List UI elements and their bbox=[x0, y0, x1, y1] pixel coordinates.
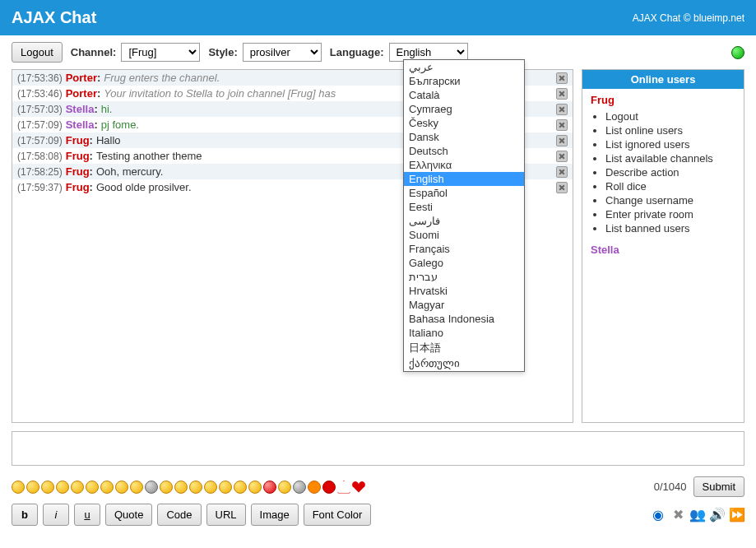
user-menu-item[interactable]: Describe action bbox=[605, 165, 735, 179]
submit-button[interactable]: Submit bbox=[693, 476, 744, 497]
bb-quote[interactable]: Quote bbox=[105, 504, 152, 526]
user-menu-item[interactable]: Logout bbox=[605, 109, 735, 123]
bb-italic[interactable]: i bbox=[43, 504, 69, 526]
user-menu-item[interactable]: List available channels bbox=[605, 151, 735, 165]
user-menu-item[interactable]: Change username bbox=[605, 193, 735, 207]
settings-icon[interactable]: ✖ bbox=[670, 508, 685, 522]
emoji-angry[interactable] bbox=[248, 481, 262, 494]
language-option[interactable]: Magyar bbox=[404, 298, 524, 312]
emoji-grin[interactable] bbox=[71, 481, 84, 494]
emoji-sweat[interactable] bbox=[189, 481, 202, 494]
language-option[interactable]: Eesti bbox=[404, 200, 524, 214]
message-time: (17:58:08) bbox=[17, 151, 63, 162]
emoji-idea[interactable] bbox=[308, 481, 321, 494]
style-select[interactable]: prosilver bbox=[243, 43, 322, 62]
emoji-tongue[interactable] bbox=[56, 481, 69, 494]
status-indicator[interactable] bbox=[731, 46, 744, 59]
help-icon[interactable]: ◉ bbox=[651, 508, 666, 522]
message-text: Testing another theme bbox=[96, 150, 202, 162]
emoji-roll[interactable] bbox=[160, 481, 173, 494]
channel-label: Channel: bbox=[71, 46, 117, 58]
language-option[interactable]: Italiano bbox=[404, 326, 524, 340]
emoji-stop[interactable] bbox=[322, 481, 336, 494]
emoji-eyes[interactable] bbox=[145, 481, 158, 494]
language-option[interactable]: Galego bbox=[404, 256, 524, 270]
logout-button[interactable]: Logout bbox=[12, 42, 63, 63]
online-user-stella[interactable]: Stella bbox=[591, 244, 735, 256]
emoji-wink[interactable] bbox=[115, 481, 128, 494]
message-author[interactable]: Frug bbox=[66, 134, 90, 146]
emoji-sad[interactable] bbox=[41, 481, 54, 494]
emoji-devil[interactable] bbox=[263, 481, 276, 494]
emoji-blush[interactable] bbox=[219, 481, 232, 494]
delete-message-icon[interactable] bbox=[556, 72, 568, 84]
bb-code[interactable]: Code bbox=[157, 504, 201, 526]
language-option[interactable]: Български bbox=[404, 74, 524, 88]
autoscroll-icon[interactable]: ⏩ bbox=[730, 508, 744, 522]
bb-bold[interactable]: b bbox=[12, 504, 38, 526]
language-option[interactable]: عربي bbox=[404, 60, 524, 74]
message-author[interactable]: Frug bbox=[66, 181, 90, 193]
emoji-heart[interactable] bbox=[352, 481, 365, 493]
message-author[interactable]: Frug bbox=[66, 150, 90, 162]
user-menu-item[interactable]: Roll dice bbox=[605, 179, 735, 193]
emoji-confused[interactable] bbox=[204, 481, 217, 494]
message-author[interactable]: Porter bbox=[66, 87, 97, 100]
users-icon[interactable]: 👥 bbox=[690, 508, 705, 522]
message-author[interactable]: Porter bbox=[66, 72, 97, 84]
language-option[interactable]: Català bbox=[404, 88, 524, 102]
emoji-smile[interactable] bbox=[12, 481, 25, 494]
emoji-kiss[interactable] bbox=[234, 481, 247, 494]
user-menu-item[interactable]: List online users bbox=[605, 123, 735, 137]
message-author[interactable]: Frug bbox=[66, 165, 90, 178]
language-option[interactable]: فارسی bbox=[404, 214, 524, 228]
sound-icon[interactable]: 🔊 bbox=[710, 508, 725, 522]
emoji-warning[interactable] bbox=[337, 481, 350, 494]
message-input[interactable] bbox=[12, 431, 744, 466]
delete-message-icon[interactable] bbox=[556, 182, 568, 193]
bb-image[interactable]: Image bbox=[251, 504, 299, 526]
delete-message-icon[interactable] bbox=[556, 88, 568, 100]
user-menu-item[interactable]: Enter private room bbox=[605, 207, 735, 221]
message-author[interactable]: Stella bbox=[66, 103, 95, 115]
delete-message-icon[interactable] bbox=[556, 135, 568, 146]
language-option[interactable]: Cymraeg bbox=[404, 102, 524, 116]
channel-select[interactable]: [Frug] bbox=[121, 43, 200, 62]
language-option[interactable]: English bbox=[404, 172, 524, 186]
bb-url[interactable]: URL bbox=[206, 504, 246, 526]
language-option[interactable]: עברית bbox=[404, 270, 524, 284]
copyright-link[interactable]: AJAX Chat © blueimp.net bbox=[633, 12, 744, 24]
emoji-bulb[interactable] bbox=[293, 481, 306, 494]
message-author[interactable]: Stella bbox=[66, 118, 95, 131]
user-menu-item[interactable]: List ignored users bbox=[605, 137, 735, 151]
language-option[interactable]: Español bbox=[404, 186, 524, 200]
bb-fontcolor[interactable]: Font Color bbox=[304, 504, 372, 526]
language-option[interactable]: Suomi bbox=[404, 228, 524, 242]
language-dropdown[interactable]: عربيБългарскиCatalàCymraegČeskyDanskDeut… bbox=[403, 59, 525, 372]
emoji-laugh[interactable] bbox=[86, 481, 99, 494]
emoji-neutral[interactable] bbox=[26, 481, 39, 494]
emoji-cry[interactable] bbox=[130, 481, 143, 494]
language-option[interactable]: Dansk bbox=[404, 130, 524, 144]
message-time: (17:57:03) bbox=[17, 104, 63, 115]
delete-message-icon[interactable] bbox=[556, 119, 568, 131]
language-option[interactable]: Français bbox=[404, 242, 524, 256]
language-option[interactable]: 한글 bbox=[404, 370, 524, 372]
emoji-cool[interactable] bbox=[174, 481, 188, 494]
message-text: Frug enters the channel. bbox=[104, 72, 220, 84]
language-option[interactable]: Ελληνικα bbox=[404, 158, 524, 172]
language-option[interactable]: Deutsch bbox=[404, 144, 524, 158]
language-option[interactable]: Česky bbox=[404, 116, 524, 130]
bb-underline[interactable]: u bbox=[74, 504, 100, 526]
emoji-shock[interactable] bbox=[100, 481, 114, 494]
language-option[interactable]: ქართული bbox=[404, 356, 524, 370]
language-option[interactable]: Bahasa Indonesia bbox=[404, 312, 524, 326]
language-option[interactable]: Hrvatski bbox=[404, 284, 524, 298]
online-user-frug[interactable]: Frug bbox=[591, 94, 615, 106]
emoji-angel[interactable] bbox=[278, 481, 291, 494]
delete-message-icon[interactable] bbox=[556, 166, 568, 178]
delete-message-icon[interactable] bbox=[556, 151, 568, 162]
language-option[interactable]: 日本語 bbox=[404, 340, 524, 356]
delete-message-icon[interactable] bbox=[556, 104, 568, 115]
user-menu-item[interactable]: List banned users bbox=[605, 221, 735, 235]
